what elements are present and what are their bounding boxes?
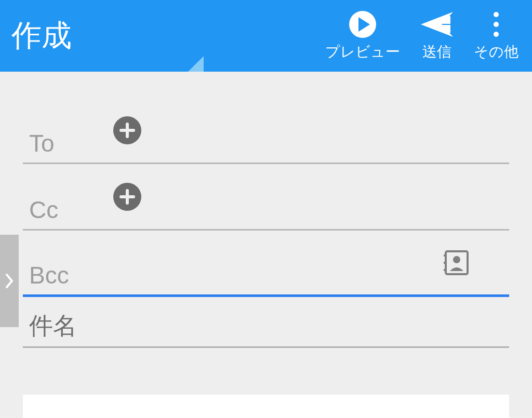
plus-icon (119, 122, 136, 139)
cc-field-row[interactable]: Cc (23, 164, 509, 231)
preview-label: プレビュー (325, 42, 400, 62)
contact-card-icon (443, 249, 470, 276)
more-button[interactable]: その他 (474, 10, 518, 62)
body-editor[interactable] (23, 395, 509, 418)
bcc-label: Bcc (23, 261, 106, 289)
app-header: 作成 プレビュー 送信 その他 (0, 0, 532, 72)
compose-form: To Cc Bcc (0, 72, 532, 348)
add-cc-recipient-button[interactable] (113, 183, 141, 211)
more-vertical-icon (494, 10, 499, 39)
choose-contact-button[interactable] (443, 249, 470, 276)
send-button[interactable]: 送信 (421, 10, 453, 62)
svg-point-5 (453, 256, 460, 263)
subject-field-row[interactable]: 件名 (23, 311, 509, 348)
to-field-row[interactable]: To (23, 98, 509, 164)
more-label: その他 (474, 42, 518, 62)
preview-button[interactable]: プレビュー (325, 10, 400, 62)
bcc-field-row[interactable]: Bcc (23, 231, 509, 297)
chevron-right-icon (4, 273, 15, 289)
to-label: To (23, 129, 106, 157)
cc-label: Cc (23, 196, 106, 224)
side-drawer-handle[interactable] (0, 235, 19, 327)
send-icon (421, 10, 453, 39)
play-circle-icon (349, 10, 376, 39)
page-title: 作成 (11, 16, 72, 56)
account-dropdown-indicator[interactable] (188, 56, 204, 72)
send-label: 送信 (422, 42, 451, 62)
header-actions: プレビュー 送信 その他 (325, 10, 518, 62)
add-to-recipient-button[interactable] (113, 116, 141, 144)
plus-icon (119, 188, 136, 205)
subject-label: 件名 (23, 310, 106, 342)
